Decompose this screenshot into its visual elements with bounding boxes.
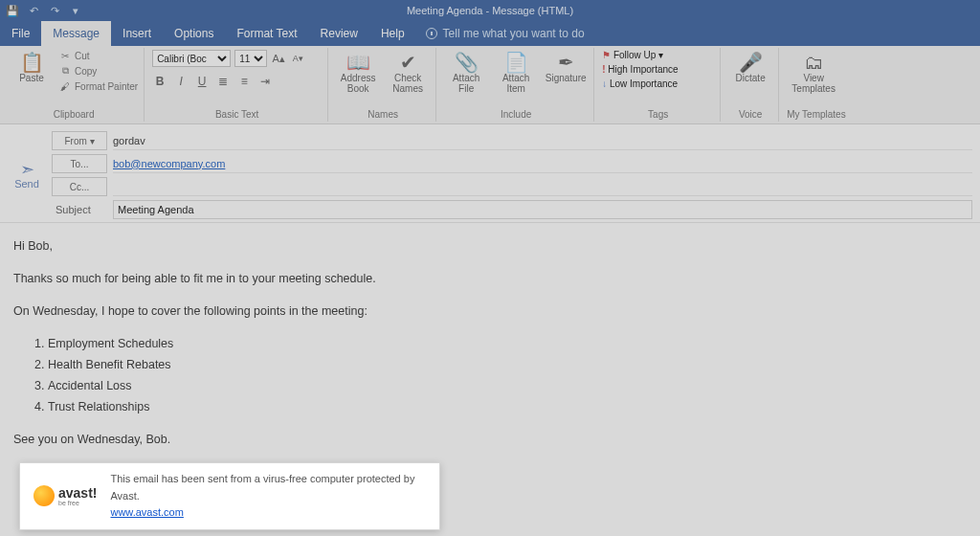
check-names-icon: ✔ xyxy=(400,52,416,73)
redo-icon[interactable]: ↷ xyxy=(48,4,61,17)
tab-review[interactable]: Review xyxy=(309,21,369,46)
lightbulb-icon xyxy=(426,28,437,39)
dictate-button[interactable]: 🎤 Dictate xyxy=(728,50,772,83)
bullets-icon[interactable]: ≣ xyxy=(215,75,231,88)
follow-up-button[interactable]: ⚑ Follow Up ▾ xyxy=(602,50,663,60)
ribbon-tabs: File Message Insert Options Format Text … xyxy=(0,21,980,46)
avast-logo: avast! be free xyxy=(33,485,97,506)
group-names: 📖 Address Book ✔ Check Names Names xyxy=(330,48,436,122)
list-item: Trust Relationships xyxy=(48,397,967,416)
send-icon: ➣ xyxy=(20,161,34,178)
undo-icon[interactable]: ↶ xyxy=(27,4,40,17)
group-include-label: Include xyxy=(444,109,588,122)
quick-access-toolbar: 💾 ↶ ↷ ▾ xyxy=(0,0,88,21)
low-importance-button[interactable]: ↓ Low Importance xyxy=(602,78,678,89)
underline-button[interactable]: U xyxy=(194,75,210,88)
group-names-label: Names xyxy=(336,109,430,122)
list-item: Accidental Loss xyxy=(48,376,967,395)
body-greeting: Hi Bob, xyxy=(13,236,967,256)
group-include: 📎 Attach File 📄 Attach Item ✒ Signature … xyxy=(438,48,594,122)
flag-icon: ⚑ xyxy=(602,50,611,60)
paste-icon: 📋 xyxy=(20,52,44,73)
compose-header: ➣ Send From ▾ gordav To... bob@newcompan… xyxy=(0,124,980,223)
title-bar: 💾 ↶ ↷ ▾ Meeting Agenda - Message (HTML) xyxy=(0,0,980,21)
group-font-label: Basic Text xyxy=(152,109,322,122)
high-importance-icon: ! xyxy=(602,64,605,75)
to-field[interactable]: bob@newcompany.com xyxy=(113,154,972,173)
grow-font-button[interactable]: A▴ xyxy=(271,53,286,65)
microphone-icon: 🎤 xyxy=(739,52,763,73)
templates-icon: 🗂 xyxy=(804,52,823,73)
window-title: Meeting Agenda - Message (HTML) xyxy=(407,5,573,16)
tab-options[interactable]: Options xyxy=(163,21,225,46)
avast-message: This email has been sent from a virus-fr… xyxy=(110,473,414,502)
body-closing: See you on Wednesday, Bob. xyxy=(13,430,967,449)
tab-help[interactable]: Help xyxy=(369,21,416,46)
group-clipboard: 📋 Paste ✂Cut ⧉Copy 🖌Format Painter Clipb… xyxy=(4,48,145,122)
group-voice: 🎤 Dictate Voice xyxy=(723,48,779,122)
body-paragraph: On Wednesday, I hope to cover the follow… xyxy=(13,302,967,321)
subject-label: Subject xyxy=(52,204,107,215)
copy-icon: ⧉ xyxy=(59,65,71,77)
group-clipboard-label: Clipboard xyxy=(10,109,138,122)
cut-button[interactable]: ✂Cut xyxy=(59,50,138,61)
group-tags: ⚑ Follow Up ▾ ! High Importance ↓ Low Im… xyxy=(596,48,721,122)
view-templates-button[interactable]: 🗂 View Templates xyxy=(787,50,840,94)
avast-ball-icon xyxy=(33,485,55,506)
copy-button[interactable]: ⧉Copy xyxy=(59,65,138,77)
body-list: Employment Schedules Health Benefit Reba… xyxy=(48,334,967,416)
paste-label: Paste xyxy=(19,73,44,83)
tab-insert[interactable]: Insert xyxy=(111,21,163,46)
message-body[interactable]: Hi Bob, Thanks so much for being able to… xyxy=(0,223,980,536)
group-voice-label: Voice xyxy=(728,109,772,122)
paperclip-icon: 📎 xyxy=(455,52,479,73)
qat-dropdown-icon[interactable]: ▾ xyxy=(69,4,82,17)
subject-field[interactable] xyxy=(113,200,972,219)
tab-message[interactable]: Message xyxy=(41,21,111,46)
from-field[interactable]: gordav xyxy=(113,131,972,150)
avast-brand: avast! xyxy=(58,486,97,500)
save-icon[interactable]: 💾 xyxy=(6,4,19,17)
to-button[interactable]: To... xyxy=(52,154,107,173)
high-importance-button[interactable]: ! High Importance xyxy=(602,64,679,75)
avast-signature: avast! be free This email has been sent … xyxy=(19,462,440,530)
attach-item-icon: 📄 xyxy=(504,52,528,73)
ribbon: 📋 Paste ✂Cut ⧉Copy 🖌Format Painter Clipb… xyxy=(0,46,980,124)
tab-format-text[interactable]: Format Text xyxy=(225,21,308,46)
tell-me-search[interactable]: Tell me what you want to do xyxy=(416,21,594,46)
italic-button[interactable]: I xyxy=(173,75,189,88)
group-tags-label: Tags xyxy=(602,109,714,122)
address-book-icon: 📖 xyxy=(346,52,370,73)
group-templates-label: My Templates xyxy=(787,109,846,122)
paste-button[interactable]: 📋 Paste xyxy=(10,50,54,83)
body-paragraph: Thanks so much for being able to fit me … xyxy=(13,269,967,288)
cc-button[interactable]: Cc... xyxy=(52,177,107,196)
send-button[interactable]: ➣ Send xyxy=(8,130,46,220)
list-item: Employment Schedules xyxy=(48,334,967,353)
cut-icon: ✂ xyxy=(59,50,71,61)
attach-file-button[interactable]: 📎 Attach File xyxy=(444,50,488,94)
signature-button[interactable]: ✒ Signature xyxy=(544,50,588,83)
group-templates: 🗂 View Templates My Templates xyxy=(781,48,852,122)
indent-icon[interactable]: ⇥ xyxy=(257,75,273,88)
check-names-button[interactable]: ✔ Check Names xyxy=(386,50,430,94)
avast-tagline: be free xyxy=(58,500,97,506)
numbering-icon[interactable]: ≡ xyxy=(236,75,252,88)
group-basic-text: Calibri (Boc 11 A▴ A▾ B I U ≣ ≡ ⇥ Basic … xyxy=(146,48,328,122)
avast-link[interactable]: www.avast.com xyxy=(110,504,426,522)
tell-me-placeholder: Tell me what you want to do xyxy=(443,27,585,40)
tab-file[interactable]: File xyxy=(0,21,41,46)
font-size-select[interactable]: 11 xyxy=(234,50,267,67)
font-family-select[interactable]: Calibri (Boc xyxy=(152,50,231,67)
from-button[interactable]: From ▾ xyxy=(52,131,107,150)
signature-icon: ✒ xyxy=(558,52,574,73)
low-importance-icon: ↓ xyxy=(602,78,607,89)
address-book-button[interactable]: 📖 Address Book xyxy=(336,50,380,94)
brush-icon: 🖌 xyxy=(59,80,71,92)
bold-button[interactable]: B xyxy=(152,75,167,88)
attach-item-button[interactable]: 📄 Attach Item xyxy=(494,50,538,94)
cc-field[interactable] xyxy=(113,177,972,196)
shrink-font-button[interactable]: A▾ xyxy=(290,54,305,63)
format-painter-button[interactable]: 🖌Format Painter xyxy=(59,80,138,92)
list-item: Health Benefit Rebates xyxy=(48,355,967,374)
